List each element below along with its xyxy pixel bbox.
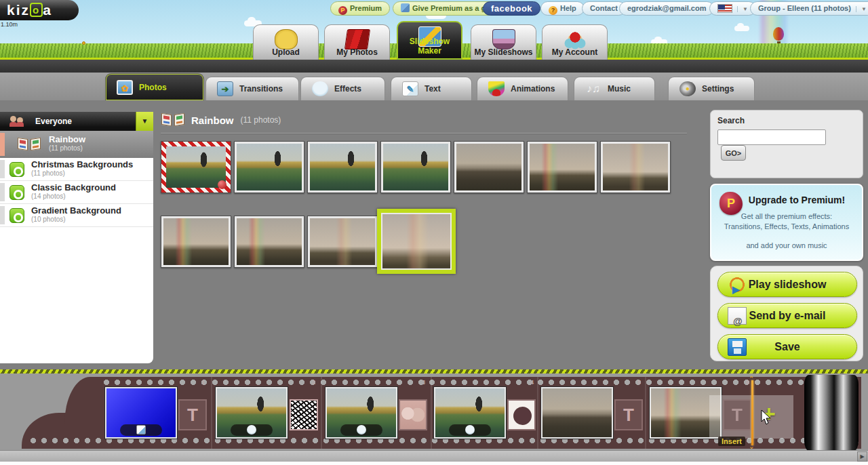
page-bottom-strip [0, 462, 868, 465]
jester-hat-icon [488, 81, 505, 96]
play-slideshow-button[interactable]: Play slideshow [717, 272, 857, 297]
subtab-transitions[interactable]: ➔Transitions [205, 77, 299, 100]
photo-image [383, 144, 448, 190]
subtab-effects[interactable]: Effects [300, 77, 385, 100]
photo-image [310, 218, 375, 265]
subtab-animations[interactable]: Animations [477, 77, 568, 100]
photo-thumbnail-6[interactable] [527, 141, 597, 193]
search-label: Search [717, 116, 856, 125]
sidebar-album-gradient-background[interactable]: Gradient Background (10 photos) [0, 204, 153, 227]
album-header: Rainbow (11 photos) [161, 113, 281, 127]
upgrade-line2: Transitions, Effects, Texts, Animations [711, 222, 862, 232]
snowglobe-effect-icon [465, 425, 475, 434]
language-selector[interactable]: ▼ [709, 1, 756, 16]
timeline-slide-3[interactable] [326, 387, 397, 439]
photo-image [237, 144, 302, 190]
photo-thumbnail-11-selected[interactable] [377, 209, 456, 274]
transition-slot-1[interactable]: T [178, 399, 207, 430]
floppy-disk-icon [728, 338, 747, 356]
help-question-icon: ? [549, 6, 557, 15]
slide-number: 3 [422, 379, 425, 386]
premium-p-icon: P [338, 6, 347, 15]
photo-thumbnail-9[interactable] [234, 216, 304, 268]
account-email[interactable]: egrodziak@gmail.com [619, 1, 714, 16]
search-go-button[interactable]: GO> [721, 145, 746, 161]
play-icon [728, 276, 747, 294]
premium-button[interactable]: PPremium [330, 1, 390, 16]
tab-upload[interactable]: Upload [253, 24, 319, 60]
slide-separator [645, 377, 646, 449]
photo-image [456, 144, 521, 190]
transition-slot-4[interactable]: T [507, 399, 536, 430]
send-by-email-button[interactable]: Send by e-mail [717, 303, 857, 328]
slide-number: 5 [637, 379, 641, 386]
photo-thumbnail-8[interactable] [161, 216, 231, 268]
page-title: Rainbow [191, 115, 234, 126]
slide-effect-pill[interactable] [120, 424, 162, 436]
transition-slot-5[interactable]: T [614, 399, 643, 430]
kizoa-logo[interactable]: kizoa [0, 0, 79, 20]
timeline-slide-4[interactable] [434, 387, 506, 439]
album-icon [9, 185, 24, 200]
upgrade-premium-box[interactable]: P Upgrade to Premium! Get all the premiu… [710, 184, 863, 261]
timeline-slide-2[interactable] [216, 387, 288, 439]
photo-image [603, 144, 668, 190]
photo-image [310, 144, 375, 190]
my-account-people-icon [564, 29, 587, 49]
search-input[interactable] [717, 129, 826, 145]
subtab-text[interactable]: ✎Text [391, 77, 472, 100]
tab-slideshow-maker[interactable]: Slideshow Maker [397, 21, 462, 60]
slide-separator [211, 377, 212, 449]
scroll-right-button[interactable]: ▶ [857, 451, 867, 462]
sidebar-album-rainbow[interactable]: Rainbow (11 photos) [0, 131, 153, 158]
album-edge [0, 133, 5, 156]
snowglobe-effect-icon [357, 425, 366, 434]
slide-number: 4 [530, 379, 534, 386]
subtab-settings[interactable]: ●Settings [668, 77, 755, 100]
photos-icon: ✿ [117, 80, 133, 95]
tab-my-photos[interactable]: My Photos [324, 24, 390, 60]
photo-thumbnail-4[interactable] [380, 141, 451, 193]
transition-slot-3[interactable]: T [399, 399, 427, 430]
film-reel-icon: ● [679, 81, 696, 96]
photo-thumbnail-2[interactable] [234, 141, 304, 193]
sidebar-album-classic-background[interactable]: Classic Background (14 photos) [0, 181, 153, 204]
facebook-button[interactable]: facebook [483, 1, 540, 16]
photo-thumbnail-3[interactable] [307, 141, 378, 193]
album-photo-count: (11 photos) [241, 115, 281, 125]
timeline-slide-1[interactable] [105, 387, 177, 439]
photo-thumbnail-7[interactable] [600, 141, 671, 193]
slide-effect-pill[interactable] [231, 424, 273, 436]
snowglobe-icon [312, 81, 328, 96]
album-edge [0, 206, 5, 224]
filter-dropdown-arrow[interactable]: ▼ [136, 112, 153, 131]
help-button[interactable]: ?Help [540, 1, 585, 16]
transitions-icon: ➔ [217, 81, 233, 96]
album-filter-header[interactable]: Everyone ▼ [0, 112, 153, 131]
group-selector[interactable]: Group - Elleen (11 photos)▼ [750, 1, 868, 16]
cloud-icon [734, 26, 749, 31]
film-roll-icon [804, 375, 859, 450]
timeline-slide-5[interactable] [541, 387, 613, 439]
slide-effect-pill[interactable] [449, 424, 491, 436]
photo-thumbnail-1[interactable] [161, 141, 231, 193]
timeline: 1 T 2 T 3 T 4 T 5 T 6 [0, 373, 868, 450]
open-book-icon [18, 137, 41, 152]
photo-thumbnail-10[interactable] [307, 216, 378, 268]
transition-slot-2[interactable]: T [290, 399, 318, 430]
timeline-scrollbar[interactable]: ▶ [0, 450, 868, 462]
transition-slot-6[interactable]: T [723, 399, 751, 430]
tab-my-slideshows[interactable]: My Slideshows [471, 24, 536, 60]
header-divider [161, 133, 687, 134]
snowglobe-effect-icon [247, 425, 256, 434]
insert-marker[interactable] [751, 380, 753, 445]
film-holes-top [103, 380, 859, 385]
subtab-photos[interactable]: ✿Photos [105, 73, 204, 100]
sidebar-album-christmas-backgrounds[interactable]: Christmas Backgrounds (11 photos) [0, 158, 153, 181]
slide-number: 2 [312, 379, 315, 386]
photo-thumbnail-5[interactable] [454, 141, 524, 193]
tab-my-account[interactable]: My Account [542, 24, 608, 60]
subtab-music[interactable]: ♪♫Music [574, 77, 655, 100]
slide-effect-pill[interactable] [340, 424, 382, 436]
save-button[interactable]: Save [717, 334, 857, 359]
